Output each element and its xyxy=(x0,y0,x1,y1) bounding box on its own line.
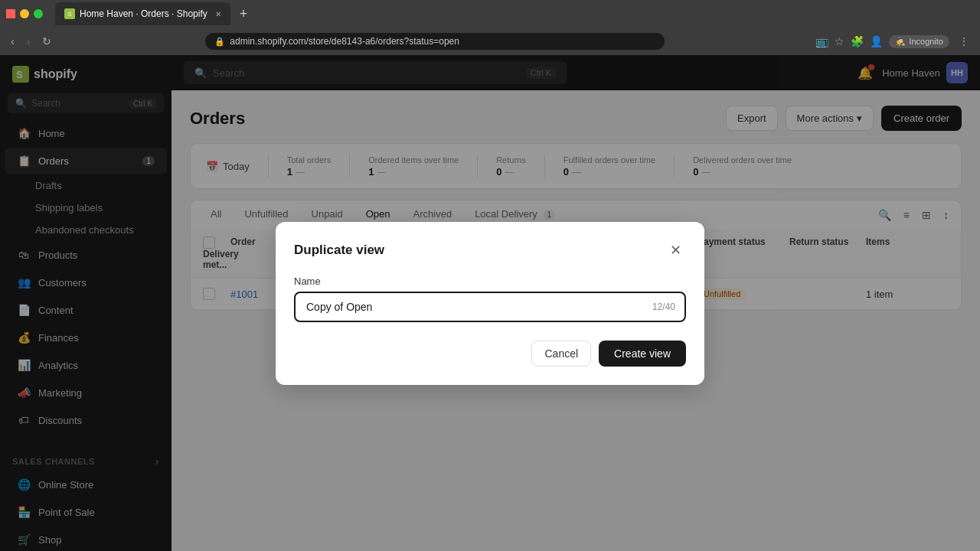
incognito-badge: 🕵 Incognito xyxy=(889,35,949,48)
modal-title: Duplicate view xyxy=(294,243,384,258)
modal-header: Duplicate view ✕ xyxy=(294,240,686,260)
browser-chrome: S Home Haven · Orders · Shopify ✕ + ‹ › … xyxy=(0,0,980,55)
nav-back-button[interactable]: ‹ xyxy=(8,32,18,51)
browser-menu-button[interactable]: ⋮ xyxy=(956,32,972,51)
tab-close-icon[interactable]: ✕ xyxy=(215,10,221,18)
window-close[interactable] xyxy=(6,9,15,18)
new-tab-button[interactable]: + xyxy=(240,6,248,22)
nav-forward-button[interactable]: › xyxy=(24,32,34,51)
modal-input-wrap: 12/40 xyxy=(294,292,686,322)
bookmark-icon[interactable]: ☆ xyxy=(835,35,844,47)
modal-close-button[interactable]: ✕ xyxy=(665,240,686,260)
browser-tab[interactable]: S Home Haven · Orders · Shopify ✕ xyxy=(55,2,230,25)
browser-titlebar: S Home Haven · Orders · Shopify ✕ + xyxy=(0,0,980,28)
address-text: admin.shopify.com/store/de8143-a6/orders… xyxy=(230,36,459,47)
modal-create-view-button[interactable]: Create view xyxy=(599,341,686,367)
browser-nav: ‹ › ↻ 🔒 admin.shopify.com/store/de8143-a… xyxy=(0,28,980,55)
duplicate-view-modal: Duplicate view ✕ Name 12/40 Cancel Creat… xyxy=(276,222,704,385)
profile-icon[interactable]: 👤 xyxy=(870,35,883,47)
modal-input-counter: 12/40 xyxy=(652,302,675,312)
tab-favicon: S xyxy=(64,8,75,19)
tab-title: Home Haven · Orders · Shopify xyxy=(80,8,207,19)
modal-footer: Cancel Create view xyxy=(294,341,686,367)
window-minimize[interactable] xyxy=(20,9,29,18)
cast-icon[interactable]: 📺 xyxy=(815,35,828,47)
modal-name-label: Name xyxy=(294,276,686,287)
extensions-icon[interactable]: 🧩 xyxy=(851,35,864,47)
window-maximize[interactable] xyxy=(34,9,43,18)
address-bar[interactable]: 🔒 admin.shopify.com/store/de8143-a6/orde… xyxy=(205,33,665,50)
modal-overlay[interactable]: Duplicate view ✕ Name 12/40 Cancel Creat… xyxy=(0,55,980,551)
modal-cancel-button[interactable]: Cancel xyxy=(531,341,591,367)
modal-name-input[interactable] xyxy=(294,292,686,322)
browser-nav-icons: 📺 ☆ 🧩 👤 xyxy=(815,35,883,47)
nav-refresh-button[interactable]: ↻ xyxy=(39,32,54,51)
